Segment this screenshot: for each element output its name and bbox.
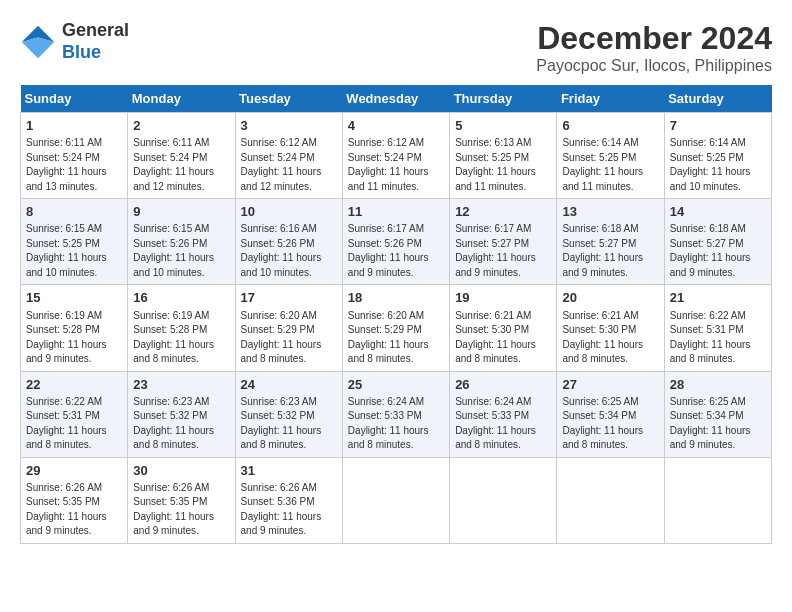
col-header-thursday: Thursday — [450, 85, 557, 113]
calendar-cell: 11Sunrise: 6:17 AM Sunset: 5:26 PM Dayli… — [342, 199, 449, 285]
calendar-cell: 30Sunrise: 6:26 AM Sunset: 5:35 PM Dayli… — [128, 457, 235, 543]
day-info: Sunrise: 6:21 AM Sunset: 5:30 PM Dayligh… — [455, 309, 551, 367]
day-number: 26 — [455, 376, 551, 394]
calendar-cell: 13Sunrise: 6:18 AM Sunset: 5:27 PM Dayli… — [557, 199, 664, 285]
calendar-cell — [342, 457, 449, 543]
day-info: Sunrise: 6:21 AM Sunset: 5:30 PM Dayligh… — [562, 309, 658, 367]
calendar-week-row: 29Sunrise: 6:26 AM Sunset: 5:35 PM Dayli… — [21, 457, 772, 543]
day-info: Sunrise: 6:24 AM Sunset: 5:33 PM Dayligh… — [455, 395, 551, 453]
day-info: Sunrise: 6:14 AM Sunset: 5:25 PM Dayligh… — [562, 136, 658, 194]
day-info: Sunrise: 6:22 AM Sunset: 5:31 PM Dayligh… — [670, 309, 766, 367]
day-number: 24 — [241, 376, 337, 394]
calendar-cell: 8Sunrise: 6:15 AM Sunset: 5:25 PM Daylig… — [21, 199, 128, 285]
day-info: Sunrise: 6:17 AM Sunset: 5:26 PM Dayligh… — [348, 222, 444, 280]
col-header-tuesday: Tuesday — [235, 85, 342, 113]
calendar-cell: 5Sunrise: 6:13 AM Sunset: 5:25 PM Daylig… — [450, 113, 557, 199]
day-number: 21 — [670, 289, 766, 307]
day-info: Sunrise: 6:15 AM Sunset: 5:25 PM Dayligh… — [26, 222, 122, 280]
logo: General Blue — [20, 20, 129, 63]
month-year: December 2024 — [536, 20, 772, 57]
header: General Blue December 2024 Payocpoc Sur,… — [20, 20, 772, 75]
day-info: Sunrise: 6:13 AM Sunset: 5:25 PM Dayligh… — [455, 136, 551, 194]
day-number: 10 — [241, 203, 337, 221]
day-info: Sunrise: 6:19 AM Sunset: 5:28 PM Dayligh… — [26, 309, 122, 367]
day-info: Sunrise: 6:25 AM Sunset: 5:34 PM Dayligh… — [670, 395, 766, 453]
calendar-cell: 31Sunrise: 6:26 AM Sunset: 5:36 PM Dayli… — [235, 457, 342, 543]
calendar-week-row: 8Sunrise: 6:15 AM Sunset: 5:25 PM Daylig… — [21, 199, 772, 285]
calendar-cell: 10Sunrise: 6:16 AM Sunset: 5:26 PM Dayli… — [235, 199, 342, 285]
day-number: 11 — [348, 203, 444, 221]
calendar-cell — [664, 457, 771, 543]
day-info: Sunrise: 6:26 AM Sunset: 5:36 PM Dayligh… — [241, 481, 337, 539]
day-number: 4 — [348, 117, 444, 135]
day-number: 2 — [133, 117, 229, 135]
day-number: 18 — [348, 289, 444, 307]
calendar-cell: 7Sunrise: 6:14 AM Sunset: 5:25 PM Daylig… — [664, 113, 771, 199]
day-info: Sunrise: 6:23 AM Sunset: 5:32 PM Dayligh… — [241, 395, 337, 453]
calendar-cell: 17Sunrise: 6:20 AM Sunset: 5:29 PM Dayli… — [235, 285, 342, 371]
day-number: 15 — [26, 289, 122, 307]
day-number: 9 — [133, 203, 229, 221]
calendar-cell: 18Sunrise: 6:20 AM Sunset: 5:29 PM Dayli… — [342, 285, 449, 371]
calendar-cell: 21Sunrise: 6:22 AM Sunset: 5:31 PM Dayli… — [664, 285, 771, 371]
logo-text: General Blue — [62, 20, 129, 63]
col-header-saturday: Saturday — [664, 85, 771, 113]
calendar-cell: 4Sunrise: 6:12 AM Sunset: 5:24 PM Daylig… — [342, 113, 449, 199]
day-number: 28 — [670, 376, 766, 394]
day-number: 5 — [455, 117, 551, 135]
day-number: 1 — [26, 117, 122, 135]
day-number: 8 — [26, 203, 122, 221]
day-number: 23 — [133, 376, 229, 394]
day-info: Sunrise: 6:20 AM Sunset: 5:29 PM Dayligh… — [348, 309, 444, 367]
day-number: 12 — [455, 203, 551, 221]
col-header-monday: Monday — [128, 85, 235, 113]
col-header-wednesday: Wednesday — [342, 85, 449, 113]
day-info: Sunrise: 6:22 AM Sunset: 5:31 PM Dayligh… — [26, 395, 122, 453]
col-header-friday: Friday — [557, 85, 664, 113]
day-info: Sunrise: 6:11 AM Sunset: 5:24 PM Dayligh… — [26, 136, 122, 194]
calendar-cell: 6Sunrise: 6:14 AM Sunset: 5:25 PM Daylig… — [557, 113, 664, 199]
day-info: Sunrise: 6:23 AM Sunset: 5:32 PM Dayligh… — [133, 395, 229, 453]
calendar-cell: 15Sunrise: 6:19 AM Sunset: 5:28 PM Dayli… — [21, 285, 128, 371]
calendar-week-row: 15Sunrise: 6:19 AM Sunset: 5:28 PM Dayli… — [21, 285, 772, 371]
calendar-cell: 16Sunrise: 6:19 AM Sunset: 5:28 PM Dayli… — [128, 285, 235, 371]
day-info: Sunrise: 6:12 AM Sunset: 5:24 PM Dayligh… — [241, 136, 337, 194]
day-number: 16 — [133, 289, 229, 307]
calendar-cell: 2Sunrise: 6:11 AM Sunset: 5:24 PM Daylig… — [128, 113, 235, 199]
calendar-cell: 23Sunrise: 6:23 AM Sunset: 5:32 PM Dayli… — [128, 371, 235, 457]
calendar-cell: 9Sunrise: 6:15 AM Sunset: 5:26 PM Daylig… — [128, 199, 235, 285]
day-info: Sunrise: 6:25 AM Sunset: 5:34 PM Dayligh… — [562, 395, 658, 453]
calendar-cell: 3Sunrise: 6:12 AM Sunset: 5:24 PM Daylig… — [235, 113, 342, 199]
calendar-cell: 26Sunrise: 6:24 AM Sunset: 5:33 PM Dayli… — [450, 371, 557, 457]
calendar-cell: 19Sunrise: 6:21 AM Sunset: 5:30 PM Dayli… — [450, 285, 557, 371]
day-number: 14 — [670, 203, 766, 221]
day-number: 22 — [26, 376, 122, 394]
calendar-cell: 12Sunrise: 6:17 AM Sunset: 5:27 PM Dayli… — [450, 199, 557, 285]
calendar-cell: 29Sunrise: 6:26 AM Sunset: 5:35 PM Dayli… — [21, 457, 128, 543]
calendar-week-row: 22Sunrise: 6:22 AM Sunset: 5:31 PM Dayli… — [21, 371, 772, 457]
day-info: Sunrise: 6:14 AM Sunset: 5:25 PM Dayligh… — [670, 136, 766, 194]
calendar-cell: 24Sunrise: 6:23 AM Sunset: 5:32 PM Dayli… — [235, 371, 342, 457]
day-info: Sunrise: 6:24 AM Sunset: 5:33 PM Dayligh… — [348, 395, 444, 453]
calendar-cell: 27Sunrise: 6:25 AM Sunset: 5:34 PM Dayli… — [557, 371, 664, 457]
location: Payocpoc Sur, Ilocos, Philippines — [536, 57, 772, 75]
calendar-header-row: SundayMondayTuesdayWednesdayThursdayFrid… — [21, 85, 772, 113]
calendar-week-row: 1Sunrise: 6:11 AM Sunset: 5:24 PM Daylig… — [21, 113, 772, 199]
day-info: Sunrise: 6:12 AM Sunset: 5:24 PM Dayligh… — [348, 136, 444, 194]
day-number: 27 — [562, 376, 658, 394]
day-number: 25 — [348, 376, 444, 394]
logo-icon — [20, 24, 56, 60]
day-number: 13 — [562, 203, 658, 221]
calendar-cell — [557, 457, 664, 543]
day-info: Sunrise: 6:18 AM Sunset: 5:27 PM Dayligh… — [562, 222, 658, 280]
day-number: 29 — [26, 462, 122, 480]
calendar-cell: 14Sunrise: 6:18 AM Sunset: 5:27 PM Dayli… — [664, 199, 771, 285]
day-number: 20 — [562, 289, 658, 307]
day-info: Sunrise: 6:11 AM Sunset: 5:24 PM Dayligh… — [133, 136, 229, 194]
day-number: 17 — [241, 289, 337, 307]
day-number: 6 — [562, 117, 658, 135]
calendar-table: SundayMondayTuesdayWednesdayThursdayFrid… — [20, 85, 772, 544]
day-info: Sunrise: 6:16 AM Sunset: 5:26 PM Dayligh… — [241, 222, 337, 280]
day-info: Sunrise: 6:26 AM Sunset: 5:35 PM Dayligh… — [26, 481, 122, 539]
day-number: 3 — [241, 117, 337, 135]
